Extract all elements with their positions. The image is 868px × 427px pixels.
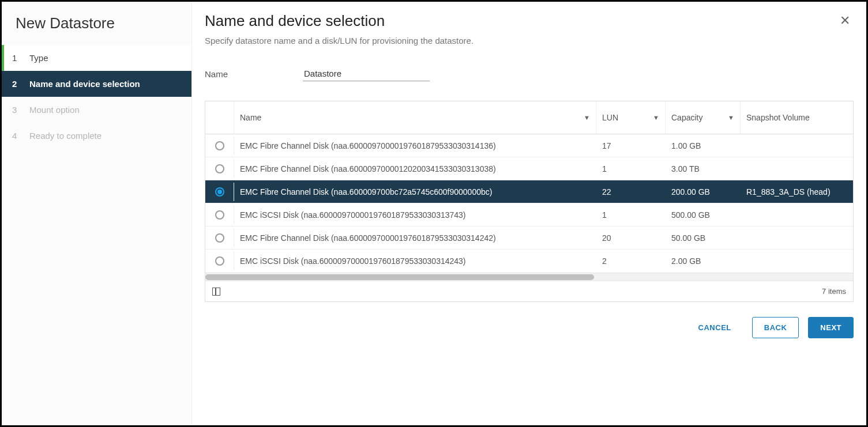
main-header: Name and device selection ✕ (205, 12, 854, 30)
filter-icon[interactable]: ▼ (728, 114, 734, 121)
table-row[interactable]: EMC Fibre Channel Disk (naa.600009700001… (205, 134, 853, 157)
page-title: Name and device selection (205, 12, 385, 30)
row-snapshot (741, 164, 853, 173)
col-header-name-label: Name (240, 113, 261, 122)
horizontal-scrollbar[interactable] (205, 273, 853, 281)
next-button[interactable]: NEXT (808, 317, 854, 338)
row-radio-cell[interactable] (205, 229, 234, 247)
step-label: Name and device selection (29, 79, 140, 89)
row-snapshot (741, 210, 853, 220)
step-label: Type (29, 53, 48, 63)
back-button[interactable]: BACK (752, 317, 799, 338)
row-name: EMC Fibre Channel Disk (naa.600009700001… (234, 160, 596, 178)
col-header-capacity-label: Capacity (671, 113, 702, 122)
table-row[interactable]: EMC Fibre Channel Disk (naa.600009700001… (205, 226, 853, 250)
row-capacity: 200.00 GB (666, 183, 741, 201)
row-radio-cell[interactable] (205, 252, 234, 270)
table-row[interactable]: EMC iSCSI Disk (naa.60000970000197601879… (205, 250, 853, 273)
row-capacity: 2.00 GB (666, 252, 741, 270)
cancel-button[interactable]: CANCEL (687, 318, 743, 338)
wizard-title: New Datastore (2, 2, 191, 45)
table-row[interactable]: EMC Fibre Channel Disk (naa.600009700001… (205, 157, 853, 180)
row-radio-cell[interactable] (205, 137, 234, 155)
row-lun: 2 (596, 252, 666, 270)
row-capacity: 3.00 TB (666, 160, 741, 178)
wizard-step[interactable]: 2Name and device selection (2, 71, 191, 97)
step-number: 4 (12, 131, 25, 141)
main-panel: Name and device selection ✕ Specify data… (192, 2, 866, 425)
table-footer: 7 items (205, 281, 853, 301)
table-body: EMC Fibre Channel Disk (naa.600009700001… (205, 134, 853, 273)
step-number: 3 (12, 105, 25, 115)
step-number: 2 (12, 79, 25, 89)
row-snapshot (741, 256, 853, 266)
row-radio-cell[interactable] (205, 183, 234, 201)
col-header-lun-label: LUN (602, 113, 618, 122)
table-row[interactable]: EMC Fibre Channel Disk (naa.600009700bc7… (205, 180, 853, 203)
row-capacity: 50.00 GB (666, 229, 741, 247)
row-capacity: 500.00 GB (666, 206, 741, 224)
step-label: Mount option (29, 105, 80, 115)
radio-icon[interactable] (215, 210, 224, 220)
radio-icon[interactable] (215, 141, 224, 150)
table-row[interactable]: EMC iSCSI Disk (naa.60000970000197601879… (205, 203, 853, 226)
item-count: 7 items (822, 287, 846, 296)
close-icon[interactable]: ✕ (836, 12, 854, 29)
datastore-name-input[interactable] (303, 66, 430, 81)
row-snapshot (741, 233, 853, 243)
row-capacity: 1.00 GB (666, 137, 741, 155)
col-header-select (205, 101, 234, 134)
radio-icon[interactable] (215, 187, 224, 197)
wizard-sidebar: New Datastore 1Type2Name and device sele… (2, 2, 192, 425)
row-radio-cell[interactable] (205, 160, 234, 178)
name-label: Name (205, 69, 303, 79)
step-number: 1 (12, 53, 25, 63)
row-name: EMC iSCSI Disk (naa.60000970000197601879… (234, 252, 596, 270)
row-lun: 1 (596, 206, 666, 224)
col-header-snapshot[interactable]: Snapshot Volume (741, 101, 853, 134)
datastore-name-row: Name (205, 66, 854, 81)
wizard-steps: 1Type2Name and device selection3Mount op… (2, 45, 191, 149)
page-subtitle: Specify datastore name and a disk/LUN fo… (205, 36, 854, 46)
step-label: Ready to complete (29, 131, 102, 141)
radio-icon[interactable] (215, 164, 224, 173)
row-radio-cell[interactable] (205, 206, 234, 224)
scroll-thumb[interactable] (205, 274, 594, 280)
column-picker-icon[interactable] (212, 288, 220, 296)
radio-icon[interactable] (215, 256, 224, 266)
radio-icon[interactable] (215, 233, 224, 243)
row-lun: 17 (596, 137, 666, 155)
row-lun: 22 (596, 183, 666, 201)
filter-icon[interactable]: ▼ (653, 114, 659, 121)
new-datastore-dialog: New Datastore 1Type2Name and device sele… (0, 0, 868, 427)
row-name: EMC Fibre Channel Disk (naa.600009700001… (234, 137, 596, 155)
row-snapshot (741, 141, 853, 150)
row-name: EMC iSCSI Disk (naa.60000970000197601879… (234, 206, 596, 224)
col-header-name[interactable]: Name ▼ (234, 101, 596, 134)
row-lun: 20 (596, 229, 666, 247)
wizard-step[interactable]: 1Type (2, 45, 191, 71)
row-name: EMC Fibre Channel Disk (naa.600009700bc7… (234, 183, 596, 201)
dialog-body: New Datastore 1Type2Name and device sele… (2, 2, 866, 425)
row-lun: 1 (596, 160, 666, 178)
device-table: Name ▼ LUN ▼ Capacity ▼ Snapshot Volume (205, 101, 854, 302)
wizard-step: 4Ready to complete (2, 123, 191, 149)
col-header-capacity[interactable]: Capacity ▼ (666, 101, 741, 134)
col-header-snapshot-label: Snapshot Volume (746, 113, 810, 122)
row-name: EMC Fibre Channel Disk (naa.600009700001… (234, 229, 596, 247)
wizard-step: 3Mount option (2, 97, 191, 123)
dialog-footer: CANCEL BACK NEXT (205, 302, 854, 338)
col-header-lun[interactable]: LUN ▼ (596, 101, 666, 134)
filter-icon[interactable]: ▼ (584, 114, 590, 121)
row-snapshot: R1_883_3A_DS (head) (741, 183, 853, 201)
table-header-row: Name ▼ LUN ▼ Capacity ▼ Snapshot Volume (205, 101, 853, 134)
